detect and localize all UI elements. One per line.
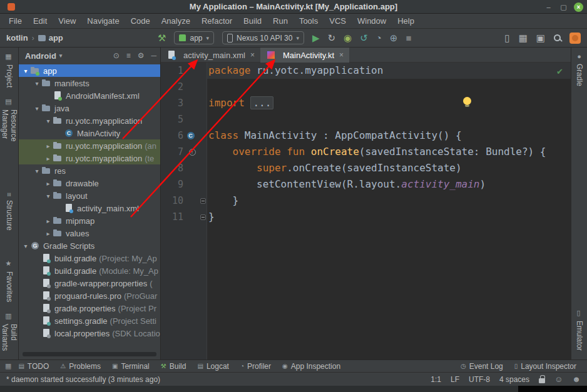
tab-mainactivity-kt[interactable]: MainActivity.kt×: [260, 48, 349, 63]
code-line-10[interactable]: 10 }: [161, 193, 571, 209]
code-line-2[interactable]: 2: [161, 79, 571, 95]
code-line-8[interactable]: 8 super.onCreate(savedInstanceState): [161, 160, 571, 176]
tree-item-values[interactable]: ▸values: [19, 227, 160, 239]
tree-item-drawable[interactable]: ▸drawable: [19, 177, 160, 189]
close-icon[interactable]: ×: [339, 51, 344, 59]
tree-item-ru-yotc-myapplication-an[interactable]: ▸ru.yotc.myapplication (an: [19, 139, 160, 152]
file-encoding[interactable]: UTF-8: [469, 375, 490, 384]
breadcrumb-item-app[interactable]: app: [38, 33, 63, 43]
menu-item-refactor[interactable]: Refactor: [196, 14, 238, 29]
chevron-down-icon[interactable]: ▾: [44, 118, 53, 124]
code-line-9[interactable]: 9 setContentView(R.layout.activity_main): [161, 176, 571, 193]
chevron-down-icon[interactable]: ▾: [21, 68, 30, 74]
chevron-right-icon[interactable]: ▸: [44, 180, 53, 187]
chevron-down-icon[interactable]: ▾: [33, 168, 41, 174]
chevron-down-icon[interactable]: ▾: [21, 243, 30, 249]
chevron-down-icon[interactable]: ▾: [33, 80, 41, 87]
debug-icon[interactable]: ◉: [344, 33, 352, 43]
build-hammer-icon[interactable]: ⚒: [158, 33, 166, 43]
avatar[interactable]: [569, 33, 581, 44]
readonly-lock-icon[interactable]: [539, 378, 545, 383]
menu-item-edit[interactable]: Edit: [28, 14, 53, 29]
window-menu-icon[interactable]: [8, 3, 15, 11]
caret-position[interactable]: 1:1: [431, 375, 441, 384]
collapse-all-icon[interactable]: ≡: [126, 51, 131, 60]
line-separator[interactable]: LF: [451, 375, 459, 384]
tree-item-proguard-rules-pro-proguar[interactable]: proguard-rules.pro (ProGuar: [19, 289, 160, 302]
avd-manager-icon[interactable]: ▦: [519, 33, 528, 43]
tool-button-structure[interactable]: ≡Structure: [5, 193, 14, 231]
locate-file-icon[interactable]: ⊙: [113, 51, 120, 60]
tree-item-settings-gradle-project-setti[interactable]: settings.gradle (Project Setti: [19, 314, 160, 327]
tree-item-gradle-properties-project-pr[interactable]: gradle.properties (Project Pr: [19, 302, 160, 314]
stop-icon[interactable]: ■: [406, 33, 411, 43]
menu-item-build[interactable]: Build: [238, 14, 267, 29]
chevron-right-icon[interactable]: ▸: [44, 218, 53, 224]
tool-button-build-variants[interactable]: ▥Build Variants: [1, 312, 18, 359]
tool-button-todo[interactable]: ▤TODO: [13, 360, 54, 373]
apply-changes-icon[interactable]: ↻: [327, 33, 335, 43]
tree-item-mipmap[interactable]: ▸mipmap: [19, 214, 160, 227]
chevron-right-icon[interactable]: ▸: [44, 155, 53, 162]
code-line-3[interactable]: 3import ...: [161, 95, 571, 111]
menu-item-analyze[interactable]: Analyze: [156, 14, 196, 29]
attach-debugger-icon[interactable]: ⊕: [390, 33, 398, 43]
menu-item-window[interactable]: Window: [352, 14, 392, 29]
sdk-manager-icon[interactable]: ▣: [536, 33, 545, 43]
tool-button-profiler[interactable]: ◔Profiler: [235, 360, 277, 373]
profiler-icon[interactable]: ◔: [376, 33, 382, 43]
search-everywhere-icon[interactable]: [554, 34, 561, 41]
project-view-selector[interactable]: Android ▾: [25, 51, 62, 61]
tool-button-terminal[interactable]: ▣Terminal: [106, 360, 155, 373]
menu-item-vcs[interactable]: VCS: [324, 14, 352, 29]
tree-item-ru-yotc-myapplication-te[interactable]: ▸ru.yotc.myapplication (te: [19, 152, 160, 164]
tree-item-build-gradle-project-my-ap[interactable]: build.gradle (Project: My_Ap: [19, 252, 160, 264]
tool-button-project[interactable]: ▦Project: [5, 53, 14, 88]
tree-item-java[interactable]: ▾java: [19, 102, 160, 114]
menu-item-navigate[interactable]: Navigate: [81, 14, 125, 29]
code-line-5[interactable]: 5: [161, 111, 571, 128]
tool-button-emulator[interactable]: ▯Emulator: [575, 309, 584, 351]
tool-button-app-inspection[interactable]: ◉App Inspection: [277, 360, 346, 373]
menu-item-help[interactable]: Help: [392, 14, 420, 29]
tree-item-activity-main-xml[interactable]: activity_main.xml: [19, 202, 160, 214]
chevron-down-icon[interactable]: ▾: [44, 193, 53, 199]
device-selector[interactable]: Nexus 10 API 30▾: [222, 31, 304, 44]
minimize-button[interactable]: –: [544, 3, 553, 12]
chevron-right-icon[interactable]: ▸: [44, 143, 53, 149]
chevron-right-icon[interactable]: ▸: [44, 230, 53, 237]
hide-panel-icon[interactable]: ─: [151, 51, 156, 60]
tool-window-switcher-icon[interactable]: ▦: [5, 362, 11, 370]
tree-item-build-gradle-module-my-ap[interactable]: build.gradle (Module: My_Ap: [19, 264, 160, 277]
fold-marker-icon[interactable]: [200, 214, 206, 220]
tree-item-gradle-wrapper-properties[interactable]: gradle-wrapper.properties (: [19, 277, 160, 289]
code-line-11[interactable]: 11}: [161, 209, 571, 225]
indent-config[interactable]: 4 spaces: [499, 375, 529, 384]
tab-activity-main-xml[interactable]: activity_main.xml×: [161, 48, 260, 63]
tree-item-manifests[interactable]: ▾manifests: [19, 77, 160, 89]
device-manager-icon[interactable]: ▯: [504, 33, 509, 43]
run-config-selector[interactable]: app▾: [174, 31, 214, 44]
code-line-1[interactable]: 1package ru.yotc.myapplication: [161, 63, 571, 79]
tree-item-gradle-scripts[interactable]: ▾GGradle Scripts: [19, 239, 160, 252]
status-message[interactable]: * daemon started successfully (3 minutes…: [6, 375, 160, 384]
tool-button-favorites[interactable]: ★Favorites: [5, 259, 14, 302]
close-button[interactable]: ×: [574, 3, 583, 12]
highlighting-level-icon[interactable]: ☺: [554, 374, 563, 384]
maximize-button[interactable]: ▢: [559, 3, 568, 12]
tree-item-androidmanifest-xml[interactable]: AndroidManifest.xml: [19, 89, 160, 102]
tool-button-event-log[interactable]: ◷Event Log: [455, 360, 509, 373]
tree-item-local-properties-sdk-locatio[interactable]: local.properties (SDK Locatio: [19, 327, 160, 339]
menu-item-code[interactable]: Code: [125, 14, 156, 29]
menu-item-file[interactable]: File: [3, 14, 28, 29]
sync-project-icon[interactable]: ↺: [360, 33, 368, 43]
close-icon[interactable]: ×: [250, 51, 255, 59]
project-hscrollbar[interactable]: [23, 352, 156, 356]
override-gutter-icon[interactable]: ↑: [186, 144, 198, 160]
tool-button-problems[interactable]: ⚠Problems: [54, 360, 106, 373]
tool-button-layout-inspector[interactable]: ▯Layout Inspector: [509, 360, 582, 373]
tree-item-res[interactable]: ▾res: [19, 164, 160, 177]
code-line-7[interactable]: 7↑ override fun onCreate(savedInstanceSt…: [161, 144, 571, 160]
chevron-down-icon[interactable]: ▾: [33, 105, 41, 112]
code-line-6[interactable]: 6Cclass MainActivity : AppCompatActivity…: [161, 128, 571, 144]
